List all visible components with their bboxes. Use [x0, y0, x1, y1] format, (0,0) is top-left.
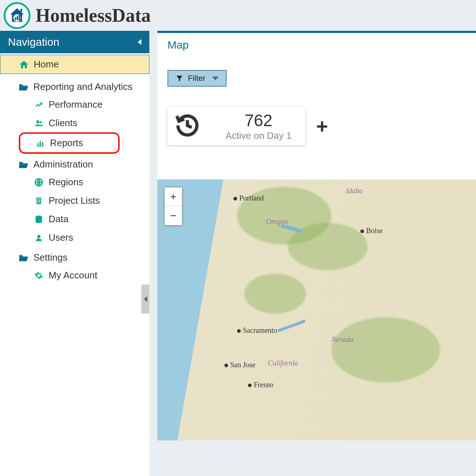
- chevron-left-icon: [144, 296, 147, 302]
- building-icon: [33, 196, 45, 206]
- nav-reports-highlight: Reports: [19, 132, 120, 154]
- map-state-oregon: Oregon: [266, 218, 288, 226]
- nav-regions-label: Regions: [49, 177, 83, 188]
- sidebar-collapse-handle[interactable]: [141, 285, 149, 314]
- nav-regions[interactable]: Regions: [0, 173, 149, 191]
- filter-button[interactable]: Filter: [167, 70, 227, 87]
- folder-open-icon: [17, 253, 30, 262]
- house-chart-icon: [8, 7, 26, 25]
- map-city-portland: Portland: [233, 194, 264, 202]
- brand-name: HomelessData: [36, 5, 151, 26]
- nav-data[interactable]: Data: [0, 210, 149, 228]
- user-icon: [33, 233, 45, 243]
- nav-clients[interactable]: Clients: [0, 114, 149, 132]
- map-city-sacramento: Sacramento: [237, 326, 277, 335]
- users-icon: [33, 119, 45, 128]
- svg-rect-11: [37, 197, 41, 204]
- nav-users-label: Users: [49, 232, 73, 243]
- nav-section-settings-label: Settings: [33, 252, 67, 263]
- chevron-down-icon: [212, 76, 219, 80]
- nav-section-administration-label: Administration: [33, 159, 93, 170]
- svg-point-5: [36, 120, 39, 123]
- filter-icon: [175, 74, 183, 82]
- svg-rect-1: [15, 17, 16, 20]
- map-city-boise: Boise: [360, 227, 383, 235]
- nav-section-reporting[interactable]: Reporting and Analytics: [0, 76, 149, 95]
- database-icon: [33, 215, 45, 224]
- map-city-sanjose: San Jose: [224, 361, 255, 369]
- svg-rect-17: [39, 202, 40, 203]
- nav-clients-label: Clients: [49, 117, 77, 129]
- svg-rect-14: [37, 200, 38, 201]
- svg-rect-13: [39, 198, 40, 199]
- svg-rect-3: [19, 15, 20, 20]
- svg-rect-7: [37, 143, 39, 146]
- navigation: Home Reporting and Analytics Performance: [0, 53, 149, 285]
- stat-value: 762: [245, 111, 273, 130]
- stat-row: 762 Active on Day 1 +: [167, 107, 466, 145]
- nav-project-lists-label: Project Lists: [49, 195, 100, 206]
- nav-project-lists[interactable]: Project Lists: [0, 191, 149, 210]
- map-state-nevada: Nevada: [331, 335, 353, 344]
- svg-point-6: [40, 121, 42, 123]
- sidebar-header[interactable]: Navigation: [0, 31, 149, 53]
- svg-rect-16: [37, 202, 38, 203]
- map-panel: Map Filter 762 Active on Day 1 +: [157, 31, 476, 179]
- map-state-california: California: [268, 359, 298, 367]
- home-icon: [18, 59, 30, 70]
- svg-rect-8: [40, 141, 41, 146]
- folder-open-icon: [17, 83, 30, 91]
- nav-my-account[interactable]: My Account: [0, 266, 149, 285]
- main-content: Map Filter 762 Active on Day 1 +: [149, 31, 476, 476]
- svg-rect-2: [17, 16, 18, 20]
- sidebar: Navigation Home Reporting and Analytics: [0, 31, 149, 476]
- collapse-sidebar-icon: [138, 39, 141, 45]
- nav-reports-label: Reports: [50, 137, 83, 149]
- nav-data-label: Data: [49, 214, 69, 225]
- svg-rect-9: [42, 142, 44, 146]
- nav-performance[interactable]: Performance: [0, 95, 149, 114]
- line-chart-icon: [33, 101, 45, 109]
- nav-section-administration[interactable]: Administration: [0, 154, 149, 173]
- nav-section-settings[interactable]: Settings: [0, 247, 149, 266]
- map-area[interactable]: + − Portland Idaho Oregon Boise Sacramen…: [157, 179, 476, 440]
- gear-icon: [33, 271, 45, 280]
- svg-rect-15: [39, 200, 40, 201]
- stat-card-active[interactable]: 762 Active on Day 1: [167, 107, 305, 145]
- filter-label: Filter: [188, 74, 206, 83]
- nav-section-reporting-label: Reporting and Analytics: [33, 81, 132, 92]
- svg-rect-12: [37, 198, 38, 199]
- stat-label: Active on Day 1: [225, 130, 291, 141]
- nav-home-label: Home: [34, 59, 59, 70]
- svg-rect-4: [20, 9, 22, 12]
- nav-performance-label: Performance: [49, 99, 103, 110]
- zoom-out-button[interactable]: −: [165, 206, 182, 225]
- map-zoom-control: + −: [164, 187, 183, 226]
- nav-reports[interactable]: Reports: [20, 134, 118, 152]
- app-header: HomelessData: [0, 0, 476, 31]
- zoom-in-button[interactable]: +: [165, 187, 182, 206]
- nav-my-account-label: My Account: [49, 270, 97, 281]
- panel-title: Map: [167, 39, 466, 51]
- history-icon: [175, 113, 200, 140]
- svg-point-19: [37, 235, 40, 238]
- bar-chart-icon: [34, 139, 46, 147]
- sidebar-title: Navigation: [8, 36, 59, 48]
- add-stat-button[interactable]: +: [316, 116, 328, 136]
- map-city-fresno: Fresno: [248, 381, 273, 389]
- map-state-idaho: Idaho: [346, 187, 363, 195]
- nav-home[interactable]: Home: [0, 55, 149, 74]
- globe-icon: [33, 178, 45, 187]
- brand-logo: [4, 2, 30, 29]
- nav-users[interactable]: Users: [0, 228, 149, 247]
- folder-open-icon: [17, 160, 30, 169]
